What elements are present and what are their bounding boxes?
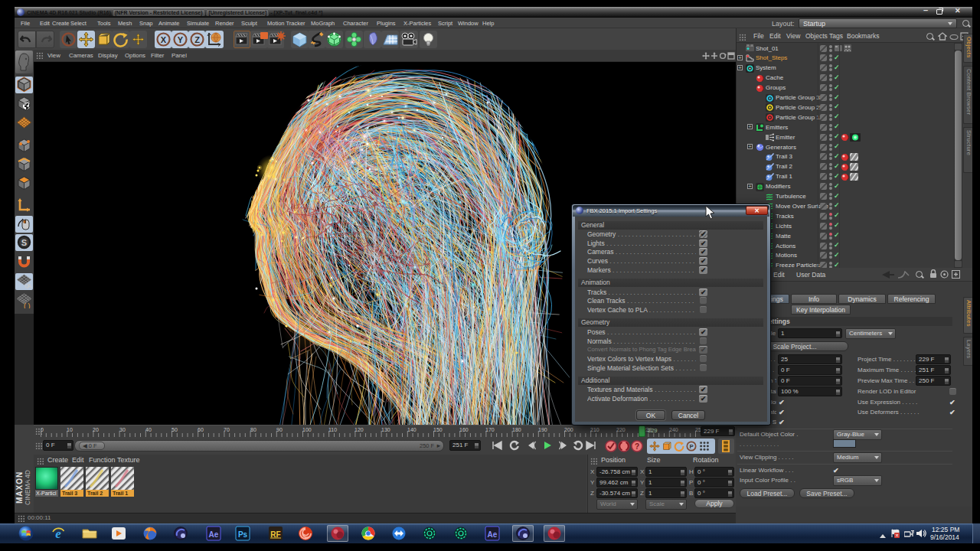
svg-text:200: 200 [564, 427, 573, 432]
svg-text:50: 50 [172, 427, 178, 432]
svg-text:130: 130 [381, 427, 390, 432]
svg-text:10: 10 [67, 427, 73, 432]
svg-text:210: 210 [590, 427, 599, 432]
svg-text:100: 100 [302, 427, 312, 432]
svg-text:Ae: Ae [209, 530, 219, 539]
svg-text:( ): ( ) [24, 302, 31, 309]
svg-text:Y: Y [178, 35, 184, 44]
svg-text:30: 30 [119, 427, 126, 432]
svg-text:220: 220 [616, 427, 626, 432]
svg-text:190: 190 [538, 427, 547, 432]
svg-text:P: P [689, 443, 693, 450]
svg-text:160: 160 [459, 427, 469, 432]
svg-text:S: S [21, 238, 27, 247]
svg-text:RF: RF [270, 530, 280, 539]
svg-text:Ps: Ps [238, 530, 248, 539]
svg-text:170: 170 [485, 427, 495, 432]
svg-text:Z: Z [194, 35, 200, 44]
svg-text:80: 80 [250, 427, 256, 432]
svg-text:A: A [27, 282, 32, 289]
svg-text:120: 120 [354, 427, 364, 432]
svg-text:180: 180 [512, 427, 521, 432]
svg-text:70: 70 [224, 427, 230, 432]
svg-text:40: 40 [145, 427, 152, 432]
svg-text:90: 90 [276, 427, 283, 432]
svg-text:150: 150 [433, 427, 443, 432]
svg-text:Ae: Ae [488, 530, 498, 539]
svg-text:?: ? [635, 442, 639, 451]
svg-text:110: 110 [328, 427, 337, 432]
svg-text:X: X [161, 35, 167, 44]
svg-text:240: 240 [669, 427, 678, 432]
svg-text:60: 60 [198, 427, 204, 432]
svg-text:20: 20 [93, 427, 99, 432]
svg-text:140: 140 [407, 427, 416, 432]
